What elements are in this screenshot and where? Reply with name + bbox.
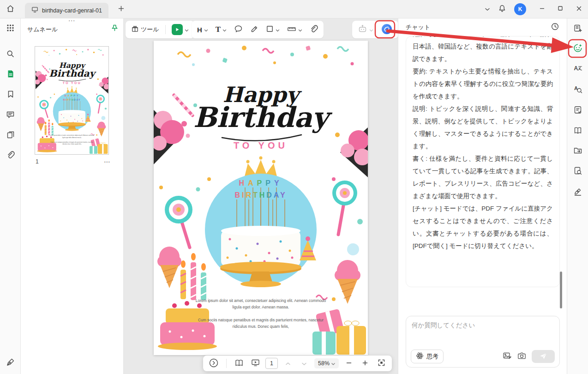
- search-text-button[interactable]: A: [570, 82, 585, 97]
- window-menu-button[interactable]: [480, 2, 495, 17]
- ai-chat-button[interactable]: [570, 41, 585, 56]
- organize-pages-button[interactable]: [570, 21, 585, 36]
- zoom-out-button[interactable]: [343, 357, 355, 369]
- minimize-icon: [539, 6, 545, 13]
- view-controls-bar: 1 58%: [203, 356, 392, 371]
- user-avatar[interactable]: K: [514, 3, 526, 15]
- play-mode-button[interactable]: [168, 23, 192, 36]
- text-glyph: T: [216, 25, 221, 34]
- pen-nib-icon: [6, 358, 15, 368]
- pages-panel-button[interactable]: [3, 128, 18, 143]
- attachments-panel-button[interactable]: [3, 148, 18, 163]
- signature-button[interactable]: [570, 184, 585, 199]
- document-page[interactable]: HAPPY BIRTHDAY: [36, 47, 108, 154]
- thumbnails-title: サムネール: [27, 25, 58, 34]
- signature-tools-button[interactable]: [3, 355, 18, 370]
- play-icon: [172, 24, 183, 35]
- tab-title: birthday-card-genral-01: [42, 7, 102, 14]
- home-button[interactable]: [3, 2, 18, 17]
- search-button[interactable]: [3, 47, 18, 62]
- comment-icon: [6, 110, 15, 121]
- next-page-button[interactable]: [298, 357, 310, 369]
- minus-icon: [346, 360, 352, 368]
- chat-panel: チャット 翻訳: 英語、中国語、フランス語、スペイン語、日本語、韓国語など、複数…: [398, 18, 567, 374]
- chevron-down-icon: [276, 26, 280, 33]
- thumbnail-more-button[interactable]: ⋯: [104, 158, 110, 165]
- bookmarks-panel-button[interactable]: [3, 87, 18, 103]
- attachment-tool-button[interactable]: [306, 23, 322, 36]
- thumbnail-page-number: 1: [36, 158, 39, 165]
- thumbnails-panel-button-active[interactable]: [3, 67, 18, 82]
- zoom-level-dropdown[interactable]: 58%: [314, 358, 339, 368]
- fit-screen-icon: [378, 359, 385, 368]
- candle-letters-line2: BIRTHDAY: [63, 98, 81, 101]
- chat-header: チャット: [398, 18, 567, 36]
- card-title-line2: Birthday: [154, 103, 368, 131]
- send-button[interactable]: [532, 350, 555, 363]
- note-check-icon: [573, 105, 582, 116]
- gift-icon: [131, 25, 139, 34]
- ai-assistant-button[interactable]: [377, 23, 396, 36]
- ai-sparkle-icon: [381, 23, 393, 36]
- card-body-paragraph1: Lorem ipsum dolor sit amet, consectetuer…: [48, 134, 96, 139]
- apps-grid-button[interactable]: [3, 21, 18, 36]
- fit-page-button[interactable]: [375, 357, 387, 369]
- fountain-pen-icon: [573, 187, 582, 197]
- plus-icon: [362, 360, 368, 368]
- chat-message-paragraph: 書く: 仕様を満たし、要件と資料に応じて一貫していて一貫している記事を生成できま…: [413, 152, 553, 202]
- open-book-icon: [573, 126, 582, 136]
- search-document-button[interactable]: [570, 164, 585, 179]
- chat-input[interactable]: [412, 322, 554, 329]
- chevron-down-icon: [185, 26, 189, 33]
- new-tab-button[interactable]: [114, 2, 129, 17]
- notes-button[interactable]: [570, 103, 585, 118]
- pen-tool-button[interactable]: [246, 23, 262, 36]
- page-number-input[interactable]: 1: [265, 358, 278, 369]
- collapse-bar-button[interactable]: [208, 357, 220, 369]
- measure-tool-button[interactable]: [283, 23, 306, 36]
- minimize-button[interactable]: [533, 0, 551, 18]
- heading-tool-button[interactable]: H: [193, 23, 212, 36]
- chat-message-paragraph: [チャット] モードでは、PDF ファイルに直接アクセスすることはできませんので…: [413, 202, 553, 252]
- document-page[interactable]: HAPPY BIRTHDAY: [154, 41, 368, 355]
- slideshow-view-button[interactable]: [249, 357, 261, 369]
- square-icon: [266, 25, 274, 34]
- comments-panel-button[interactable]: [3, 108, 18, 123]
- thinking-mode-button[interactable]: 思考: [411, 350, 444, 363]
- paper-plane-icon: [539, 352, 547, 361]
- tools-button[interactable]: ツール: [127, 23, 163, 36]
- chat-input-card: 思考: [406, 316, 560, 368]
- add-text-tool-button[interactable]: T: [212, 23, 230, 36]
- zoom-in-button[interactable]: [359, 357, 371, 369]
- notifications-button[interactable]: [495, 2, 510, 17]
- reading-view-button[interactable]: [233, 357, 245, 369]
- pencil-icon: [250, 25, 258, 35]
- translate-button[interactable]: A: [570, 62, 585, 77]
- heading-glyph: H: [197, 26, 202, 34]
- divider: [226, 359, 227, 368]
- screenshot-button[interactable]: [517, 352, 526, 361]
- previous-page-button[interactable]: [282, 357, 294, 369]
- page-thumbnail[interactable]: HAPPY BIRTHDAY: [35, 46, 109, 155]
- right-icon-rail: A A: [567, 18, 588, 374]
- pages-icon: [6, 131, 15, 140]
- ai-robot-button-disabled[interactable]: [354, 23, 377, 36]
- document-tab[interactable]: birthday-card-genral-01: [25, 3, 108, 18]
- pin-panel-button[interactable]: [111, 24, 119, 33]
- chevron-down-icon: [298, 26, 302, 33]
- maximize-button[interactable]: [551, 0, 570, 18]
- chat-scrollbar[interactable]: [560, 271, 562, 308]
- chat-title: チャット: [406, 23, 551, 31]
- chevron-down-icon: [222, 26, 227, 33]
- export-folder-button[interactable]: [570, 144, 585, 158]
- bell-icon: [498, 4, 506, 14]
- shape-tool-button[interactable]: [262, 23, 283, 36]
- close-button[interactable]: [570, 0, 588, 18]
- comment-tool-button[interactable]: [230, 23, 246, 36]
- reader-button[interactable]: [570, 123, 585, 138]
- chat-history-button[interactable]: [551, 22, 559, 32]
- candle-letters-line1: HAPPY: [65, 94, 79, 97]
- presentation-icon: [251, 359, 260, 368]
- insert-image-button[interactable]: [503, 352, 512, 362]
- svg-text:A: A: [574, 65, 578, 72]
